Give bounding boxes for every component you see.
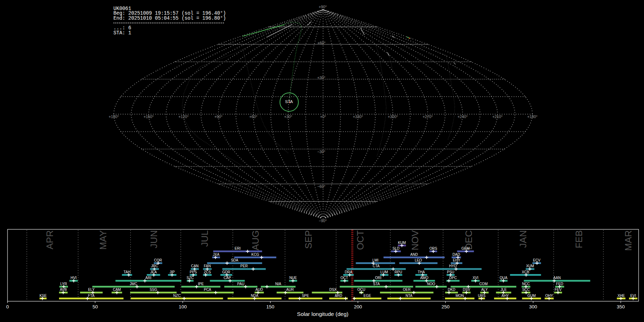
svg-text:JAN: JAN [518, 230, 528, 248]
svg-text:+60°: +60° [249, 114, 257, 119]
svg-text:350: 350 [617, 304, 625, 309]
svg-text:TAH: TAH [123, 270, 130, 274]
svg-text:+180°: +180° [109, 114, 119, 119]
svg-text:+60°: +60° [317, 41, 325, 45]
svg-text:SLD: SLD [392, 247, 399, 250]
svg-text:FED: FED [556, 282, 563, 286]
svg-text:SZC: SZC [187, 276, 194, 280]
svg-text:Solar longitude (deg): Solar longitude (deg) [297, 311, 348, 317]
svg-text:ALY: ALY [481, 288, 488, 292]
svg-text:NZC: NZC [173, 294, 181, 298]
svg-text:JMC: JMC [130, 282, 137, 286]
svg-text:STA: 1: STA: 1 [113, 30, 131, 36]
svg-text:SEP: SEP [303, 230, 314, 249]
svg-text:ARI: ARI [145, 276, 151, 280]
svg-text:COR: COR [154, 258, 162, 262]
svg-text:MAR: MAR [623, 230, 634, 251]
svg-text:KSE: KSE [39, 294, 47, 298]
svg-text:STA: STA [285, 99, 293, 104]
svg-text:JLE: JLE [501, 288, 507, 292]
svg-text:GUM: GUM [527, 294, 536, 298]
svg-text:HVI: HVI [70, 276, 77, 280]
svg-text:CAP: CAP [224, 276, 231, 280]
svg-text:ECV: ECV [533, 258, 541, 262]
svg-text:AUR: AUR [286, 288, 294, 292]
svg-text:ZCS: ZCS [204, 270, 211, 274]
svg-text:JRC: JRC [151, 264, 158, 268]
svg-text:FEV: FEV [555, 288, 562, 292]
svg-text:SSG: SSG [150, 288, 157, 292]
svg-text:+90°: +90° [319, 5, 327, 9]
svg-text:End: 20251010 05:04:55 (sol =: End: 20251010 05:04:55 (sol = 196.80°) [113, 16, 226, 21]
svg-text:ORS: ORS [429, 247, 437, 250]
svg-text:+150°: +150° [143, 114, 153, 119]
svg-text:DSV: DSV [463, 288, 470, 292]
svg-text:PPS: PPS [190, 270, 197, 274]
svg-text:−30°: −30° [317, 150, 325, 154]
svg-text:AND: AND [410, 253, 418, 257]
svg-text:+120°: +120° [179, 114, 189, 119]
svg-text:CAM: CAM [113, 288, 121, 292]
svg-text:FAN: FAN [204, 264, 211, 268]
svg-text:300: 300 [529, 304, 537, 309]
svg-text:SDA: SDA [231, 258, 238, 262]
svg-text:NOO: NOO [427, 282, 435, 286]
svg-text:LUM: LUM [380, 270, 388, 274]
svg-text:EVI: EVI [630, 294, 636, 298]
svg-text:HYD: HYD [449, 264, 457, 268]
svg-text:EGE: EGE [364, 294, 371, 298]
svg-text:XUM: XUM [526, 264, 534, 268]
svg-text:LYR: LYR [60, 282, 67, 286]
svg-text:LEO: LEO [415, 258, 422, 262]
svg-text:ERI: ERI [235, 247, 241, 250]
svg-text:AMO: AMO [420, 276, 428, 280]
svg-text:JIP: JIP [170, 270, 175, 274]
svg-text:CTA: CTA [373, 264, 380, 268]
svg-text:XHE: XHE [618, 294, 625, 298]
svg-text:DPC: DPC [449, 276, 457, 280]
svg-text:LMI: LMI [372, 258, 379, 262]
svg-text:SPE: SPE [302, 294, 309, 298]
svg-text:+300°: +300° [388, 114, 398, 119]
svg-text:JUL: JUL [199, 230, 210, 247]
svg-text:NCC: NCC [522, 282, 530, 286]
svg-text:OCT: OCT [341, 276, 348, 280]
svg-text:50: 50 [92, 304, 98, 309]
svg-text:150: 150 [266, 304, 274, 309]
svg-text:+180°: +180° [527, 114, 537, 119]
svg-text:NIA: NIA [275, 282, 281, 286]
svg-text:+270°: +270° [423, 114, 433, 119]
svg-text:+240°: +240° [458, 114, 468, 119]
svg-text:PSU: PSU [447, 270, 454, 274]
svg-text:NOV: NOV [410, 230, 420, 250]
svg-text:PER: PER [240, 264, 248, 268]
svg-text:THA: THA [418, 270, 425, 274]
svg-text:OER: OER [403, 288, 411, 292]
svg-text:AHY: AHY [502, 294, 509, 298]
svg-text:DAD: DAD [453, 253, 460, 257]
svg-text:OCT: OCT [355, 230, 366, 250]
svg-text:−60°: −60° [317, 184, 325, 189]
svg-text:JXA: JXA [213, 253, 220, 257]
svg-text:ARD: ARD [335, 294, 342, 298]
svg-text:SCC: SCC [522, 288, 530, 292]
svg-text:NTA: NTA [405, 294, 413, 298]
svg-text:FEB: FEB [574, 230, 584, 249]
svg-text:OCU: OCU [357, 288, 365, 292]
svg-text:APR: APR [44, 230, 55, 249]
svg-text:XCB: XCB [522, 270, 530, 274]
svg-text:−90°: −90° [319, 219, 327, 223]
svg-text:EHY: EHY [453, 258, 460, 262]
svg-text:AUD: AUD [255, 288, 263, 292]
svg-text:GEM: GEM [462, 247, 470, 250]
svg-text:DKD: DKD [448, 288, 455, 292]
svg-text:DSX: DSX [329, 288, 337, 292]
svg-text:250: 250 [441, 304, 450, 309]
svg-text:GDR: GDR [222, 270, 230, 274]
svg-text:AUG: AUG [250, 230, 261, 250]
svg-text:RPU: RPU [395, 270, 402, 274]
svg-text:MON: MON [455, 294, 464, 298]
svg-text:DRA: DRA [345, 270, 352, 274]
svg-text:JEA: JEA [150, 270, 157, 274]
svg-text:KUM: KUM [398, 241, 406, 245]
